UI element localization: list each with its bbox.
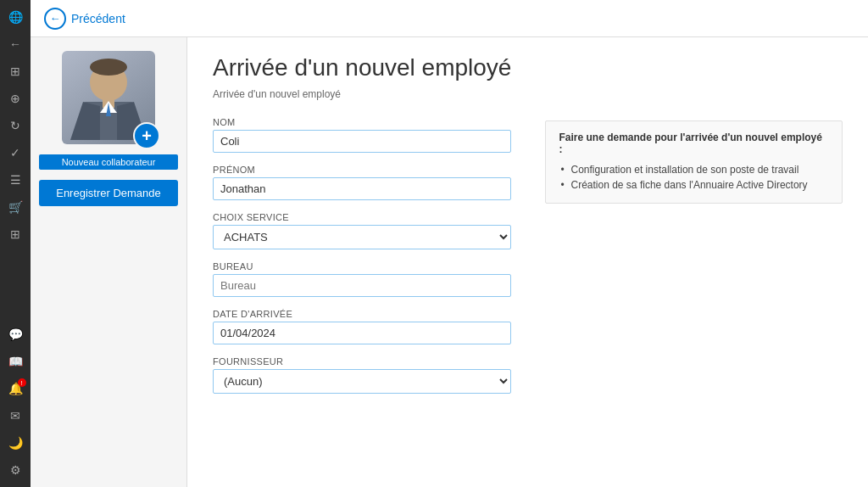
add-avatar-badge[interactable]: + [133,122,160,149]
service-select[interactable]: ACHATS COMPTABILITE RH INFORMATIQUE DIRE… [213,225,511,249]
nom-label: Nom [213,117,511,127]
prenom-field-group: Prénom [213,165,511,200]
settings-icon[interactable]: ⚙ [3,458,27,482]
info-list: Configuration et installation de son pos… [559,162,829,193]
avatar-container: + [62,51,155,144]
top-bar: ← Précédent [31,0,868,37]
info-title: Faire une demande pour l'arrivée d'un no… [559,132,829,155]
page-content: + Nouveau collaborateur Enregistrer Dema… [31,37,868,487]
cart-icon[interactable]: 🛒 [3,195,27,219]
date-input[interactable] [213,322,511,344]
back-nav-icon[interactable]: ← [3,32,27,56]
nom-input[interactable] [213,130,511,153]
main-wrapper: ← Précédent [31,0,868,487]
info-box: Faire une demande pour l'arrivée d'un no… [545,120,843,204]
list-icon[interactable]: ☰ [3,168,27,192]
apps-icon[interactable]: ⊞ [3,222,27,246]
nom-field-group: Nom [213,117,511,153]
message-icon[interactable]: ✉ [3,404,27,428]
date-field-group: Date d'arrivée [213,309,511,344]
bureau-field-group: Bureau [213,261,511,297]
plus-circle-icon[interactable]: ⊕ [3,87,27,110]
alert-icon[interactable]: 🔔! [3,377,27,400]
chat-icon[interactable]: 💬 [3,322,27,346]
bureau-input[interactable] [213,274,511,297]
service-label: CHOIX SERVICE [213,212,511,222]
info-item-1: Configuration et installation de son pos… [559,162,829,177]
form-area: Arrivée d'un nouvel employé Arrivée d'un… [187,37,868,487]
back-arrow-icon: ← [44,8,66,30]
moon-icon[interactable]: 🌙 [3,431,27,455]
collaborator-label: Nouveau collaborateur [39,154,178,170]
form-info: Faire une demande pour l'arrivée d'un no… [545,117,843,406]
form-fields: Nom Prénom CHOIX SERVICE ACHATS COMPTABI… [213,117,511,406]
page-title: Arrivée d'un nouvel employé [213,54,843,81]
back-button[interactable]: ← Précédent [44,8,125,30]
form-section: Nom Prénom CHOIX SERVICE ACHATS COMPTABI… [213,117,843,406]
bureau-label: Bureau [213,261,511,271]
fournisseur-field-group: fournisseur (Aucun) Fournisseur A Fourni… [213,356,511,394]
service-field-group: CHOIX SERVICE ACHATS COMPTABILITE RH INF… [213,212,511,249]
refresh-icon[interactable]: ↻ [3,114,27,137]
prenom-input[interactable] [213,177,511,200]
info-item-2: Création de sa fiche dans l'Annuaire Act… [559,177,829,193]
svg-point-2 [90,59,127,76]
book-icon[interactable]: 📖 [3,350,27,373]
left-panel: + Nouveau collaborateur Enregistrer Dema… [31,37,187,487]
fournisseur-select[interactable]: (Aucun) Fournisseur A Fournisseur B [213,369,511,394]
fournisseur-label: fournisseur [213,356,511,367]
register-button[interactable]: Enregistrer Demande [39,180,178,206]
grid-icon[interactable]: ⊞ [3,59,27,83]
prenom-label: Prénom [213,165,511,175]
svg-marker-6 [70,102,100,140]
sidebar: 🌐 ← ⊞ ⊕ ↻ ✓ ☰ 🛒 ⊞ 💬 📖 🔔! ✉ 🌙 ⚙ [0,0,31,487]
back-label: Précédent [71,12,125,25]
date-label: Date d'arrivée [213,309,511,319]
check-icon[interactable]: ✓ [3,141,27,165]
globe-icon[interactable]: 🌐 [3,5,27,29]
breadcrumb: Arrivée d'un nouvel employé [213,88,843,100]
